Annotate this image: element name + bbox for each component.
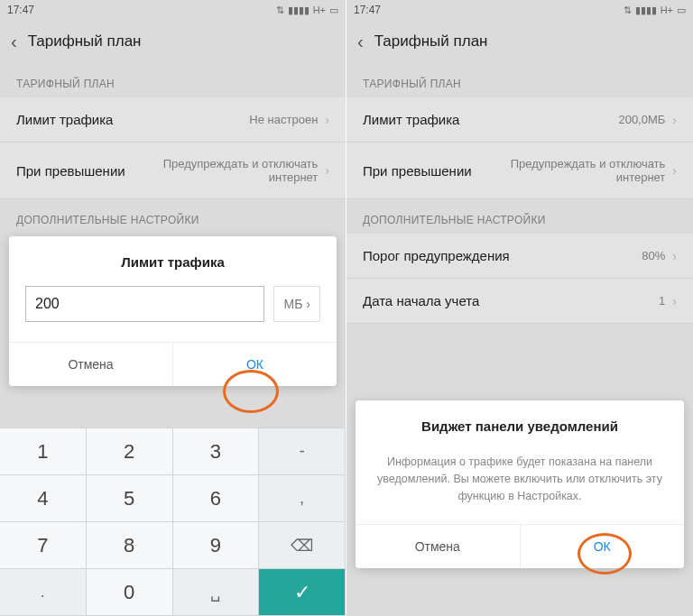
dialog-traffic-limit: Лимит трафика МБ › Отмена ОК bbox=[9, 236, 337, 386]
chevron-right-icon: › bbox=[672, 163, 677, 178]
screen-right: 17:47 ⇅ ▮▮▮▮ H+ ▭ ‹ Тарифный план ТАРИФН… bbox=[346, 0, 693, 616]
key-submit[interactable]: ✓ bbox=[259, 569, 346, 616]
page-title: Тарифный план bbox=[374, 32, 488, 51]
battery-icon: ▭ bbox=[677, 5, 686, 16]
status-time: 17:47 bbox=[7, 4, 34, 16]
cancel-button[interactable]: Отмена bbox=[9, 343, 173, 386]
row-value: Не настроен bbox=[113, 113, 318, 126]
unit-label: МБ bbox=[283, 297, 302, 311]
signal-icon: ▮▮▮▮ bbox=[288, 5, 310, 16]
key-8[interactable]: 8 bbox=[87, 522, 173, 569]
row-label: Лимит трафика bbox=[363, 112, 459, 127]
row-label: Лимит трафика bbox=[16, 112, 113, 127]
row-on-exceed[interactable]: При превышении Предупреждать и отключать… bbox=[346, 143, 693, 199]
row-label: При превышении bbox=[16, 163, 125, 179]
row-warning-threshold[interactable]: Порог предупреждения 80% › bbox=[346, 234, 693, 279]
row-value: 1 bbox=[479, 294, 665, 308]
status-bar: 17:47 ⇅ ▮▮▮▮ H+ ▭ bbox=[346, 0, 693, 20]
back-icon[interactable]: ‹ bbox=[357, 32, 364, 52]
back-icon[interactable]: ‹ bbox=[11, 32, 17, 52]
key-4[interactable]: 4 bbox=[0, 475, 87, 522]
row-label: Порог предупреждения bbox=[363, 248, 510, 263]
status-bar: 17:47 ⇅ ▮▮▮▮ H+ ▭ bbox=[0, 0, 346, 20]
dialog-notification-widget: Виджет панели уведомлений Информация о т… bbox=[356, 400, 684, 568]
dialog-body: Информация о трафике будет показана на п… bbox=[356, 445, 684, 524]
key-6[interactable]: 6 bbox=[173, 475, 260, 522]
chevron-right-icon: › bbox=[325, 163, 329, 178]
key-3[interactable]: 3 bbox=[173, 428, 260, 475]
row-value: Предупреждать и отключать интернет bbox=[125, 157, 319, 184]
network-type: H+ bbox=[661, 5, 673, 15]
section-extra: ДОПОЛНИТЕЛЬНЫЕ НАСТРОЙКИ bbox=[346, 199, 693, 234]
key-9[interactable]: 9 bbox=[173, 522, 260, 569]
check-icon: ✓ bbox=[288, 578, 317, 607]
chevron-right-icon: › bbox=[672, 249, 677, 263]
key-space[interactable]: ␣ bbox=[173, 569, 260, 616]
network-type: H+ bbox=[313, 5, 326, 15]
section-plan: ТАРИФНЫЙ ПЛАН bbox=[0, 63, 346, 97]
unit-selector[interactable]: МБ › bbox=[273, 286, 320, 322]
key-comma[interactable]: , bbox=[259, 475, 346, 522]
cancel-button[interactable]: Отмена bbox=[356, 525, 521, 568]
app-header: ‹ Тарифный план bbox=[0, 20, 346, 63]
chevron-right-icon: › bbox=[325, 113, 329, 127]
key-backspace[interactable]: ⌫ bbox=[259, 522, 346, 569]
dialog-title: Виджет панели уведомлений bbox=[356, 400, 684, 445]
key-7[interactable]: 7 bbox=[0, 522, 87, 569]
chevron-right-icon: › bbox=[672, 294, 677, 308]
key-2[interactable]: 2 bbox=[87, 428, 173, 475]
limit-input[interactable] bbox=[25, 286, 264, 322]
row-value: 80% bbox=[510, 249, 666, 262]
row-value: 200,0МБ bbox=[459, 113, 665, 126]
key-dot[interactable]: . bbox=[0, 569, 87, 616]
row-start-date[interactable]: Дата начала учета 1 › bbox=[346, 279, 693, 324]
key-5[interactable]: 5 bbox=[87, 475, 173, 522]
numeric-keypad: 1 2 3 - 4 5 6 , 7 8 9 ⌫ . 0 ␣ ✓ bbox=[0, 428, 346, 616]
app-header: ‹ Тарифный план bbox=[346, 20, 693, 63]
row-value: Предупреждать и отключать интернет bbox=[472, 157, 666, 184]
section-extra: ДОПОЛНИТЕЛЬНЫЕ НАСТРОЙКИ bbox=[0, 199, 346, 234]
status-time: 17:47 bbox=[354, 4, 381, 16]
sync-icon: ⇅ bbox=[276, 5, 284, 16]
row-traffic-limit[interactable]: Лимит трафика 200,0МБ › bbox=[346, 97, 693, 143]
row-label: Дата начала учета bbox=[363, 293, 479, 308]
row-label: При превышении bbox=[363, 163, 472, 179]
battery-icon: ▭ bbox=[329, 5, 338, 16]
key-dash[interactable]: - bbox=[259, 428, 346, 475]
dialog-title: Лимит трафика bbox=[9, 236, 337, 280]
ok-button[interactable]: ОК bbox=[173, 343, 337, 386]
key-1[interactable]: 1 bbox=[0, 428, 87, 475]
screen-left: 17:47 ⇅ ▮▮▮▮ H+ ▭ ‹ Тарифный план ТАРИФН… bbox=[0, 0, 346, 616]
ok-button[interactable]: ОК bbox=[521, 525, 685, 568]
sync-icon: ⇅ bbox=[624, 5, 632, 16]
page-title: Тарифный план bbox=[28, 32, 142, 51]
row-traffic-limit[interactable]: Лимит трафика Не настроен › bbox=[0, 97, 346, 143]
signal-icon: ▮▮▮▮ bbox=[635, 5, 657, 16]
chevron-right-icon: › bbox=[306, 297, 310, 311]
section-plan: ТАРИФНЫЙ ПЛАН bbox=[346, 63, 693, 97]
key-0[interactable]: 0 bbox=[87, 569, 173, 616]
chevron-right-icon: › bbox=[672, 113, 677, 127]
row-on-exceed[interactable]: При превышении Предупреждать и отключать… bbox=[0, 143, 346, 199]
